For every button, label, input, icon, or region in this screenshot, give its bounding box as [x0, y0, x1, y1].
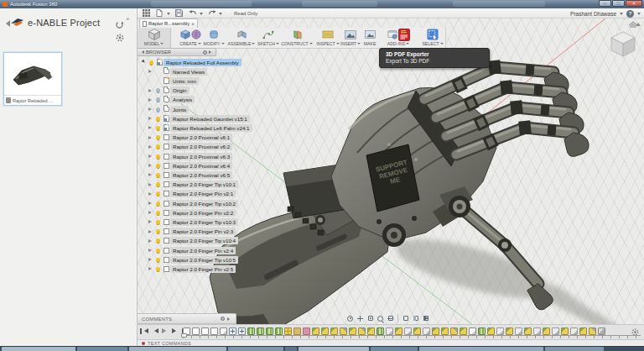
viewcube[interactable] [607, 20, 641, 60]
visibility-bulb-icon[interactable] [154, 144, 162, 149]
visibility-bulb-icon[interactable] [154, 126, 162, 130]
browser-item-label[interactable]: Raptor 2.0 Finger Pin v2:5 [170, 265, 236, 273]
timeline-feature-jy[interactable] [413, 327, 421, 335]
taskbar-window-button[interactable] [299, 347, 369, 351]
orbit-icon[interactable] [346, 315, 354, 322]
timeline-feature-sdoc[interactable] [423, 327, 430, 335]
user-menu-caret[interactable] [620, 13, 623, 17]
browser-item-label[interactable]: Raptor 2.0 Proximal v6:3 [170, 153, 232, 160]
3d-pdf-icon[interactable] [398, 29, 410, 41]
comments-settings-icon[interactable] [221, 317, 225, 321]
timeline-feature-jy[interactable] [561, 327, 569, 335]
visibility-bulb-icon[interactable] [154, 117, 162, 121]
undo-caret[interactable] [200, 13, 203, 17]
taskbar-window-button[interactable] [545, 347, 604, 351]
browser-item[interactable]: Raptor 2.0 Finger Tip v10:4 [148, 237, 238, 245]
browser-item[interactable]: Raptor 2.0 Proximal v6:1 [148, 134, 232, 142]
timeline-feature-sdoc[interactable] [570, 327, 578, 335]
back-chevron-icon[interactable] [3, 20, 10, 27]
browser-item-label[interactable]: Units: mm [170, 77, 199, 85]
collapse-arrow-icon[interactable] [141, 60, 148, 64]
visibility-bulb-icon[interactable] [154, 202, 162, 206]
browser-item-label[interactable]: Raptor 2.0 Proximal v6:1 [170, 134, 232, 141]
browser-item[interactable]: Raptor 2.0 Proximal v6:4 [148, 161, 232, 170]
timeline-feature-jy[interactable] [367, 327, 375, 335]
browser-item-label[interactable]: Raptor 2.0 Proximal v6:5 [170, 171, 232, 179]
expand-arrow-icon[interactable] [148, 173, 154, 176]
tab-close-icon[interactable]: × [191, 21, 195, 27]
browser-item-label[interactable]: Raptor 2.0 Finger Tip v10:3 [170, 218, 238, 226]
redo-icon[interactable] [208, 9, 216, 17]
file-menu-caret[interactable] [167, 13, 170, 17]
taskbar-window-button[interactable] [419, 347, 543, 351]
timeline-feature-jg[interactable] [275, 327, 283, 335]
timeline-feature-jy[interactable] [432, 327, 439, 335]
timeline-feature-jv[interactable] [358, 327, 366, 335]
expand-arrow-icon[interactable] [148, 239, 154, 243]
browser-expand-chevron[interactable] [209, 50, 213, 54]
timeline-feature-doc[interactable] [220, 327, 227, 335]
timeline-feature-jy[interactable] [506, 327, 513, 335]
taskbar-window-button[interactable] [129, 347, 226, 351]
timeline-feature-move[interactable] [238, 327, 246, 335]
browser-item-label[interactable]: Origin [170, 86, 190, 94]
browser-item-label[interactable]: Raptor 2.0 Finger Pin v2:1 [170, 190, 236, 197]
expand-arrow-icon[interactable] [148, 117, 154, 120]
browser-item[interactable]: Raptor 2.0 Finger Tip v10:5 [148, 255, 238, 264]
timeline-feature-jy[interactable] [579, 327, 587, 335]
skip-to-start-button[interactable] [140, 327, 148, 335]
tab-construct[interactable]: CONSTRUCT [278, 28, 315, 49]
browser-item-label[interactable]: Raptor 2.0 Finger Tip v10:2 [170, 200, 238, 207]
timeline-feature-jy[interactable] [330, 327, 338, 335]
visibility-bulb-icon[interactable] [154, 238, 162, 243]
viewcube-cube[interactable] [611, 32, 635, 56]
zoom-icon[interactable] [377, 315, 384, 322]
expand-arrow-icon[interactable] [148, 258, 154, 261]
expand-arrow-icon[interactable] [148, 136, 154, 139]
browser-item[interactable]: Raptor Reloaded Gauntlet v15:1 [148, 114, 250, 123]
browser-item-label[interactable]: Raptor 2.0 Finger Tip v10:1 [170, 181, 238, 188]
minimize-button[interactable]: – [599, 0, 611, 7]
fit-icon[interactable] [387, 315, 394, 322]
undo-icon[interactable] [189, 9, 197, 17]
timeline-feature-jy[interactable] [524, 327, 532, 335]
browser-item[interactable]: Raptor 2.0 Proximal v6:3 [148, 152, 232, 160]
taskbar-window-button[interactable] [77, 347, 127, 351]
visibility-bulb-icon[interactable] [154, 88, 162, 92]
browser-item[interactable]: Raptor 2.0 Finger Pin v2:4 [148, 246, 236, 254]
tab-add-ins[interactable]: ADD-INS [381, 28, 416, 49]
step-forward-button[interactable] [170, 327, 178, 335]
visibility-bulb-icon[interactable] [148, 60, 155, 65]
display-settings-icon[interactable] [402, 315, 409, 322]
browser-item-label[interactable]: Raptor 2.0 Finger Pin v2:4 [170, 247, 236, 254]
timeline-feature-blank[interactable] [210, 327, 218, 335]
apps-grid-icon[interactable] [143, 9, 151, 17]
tab-select[interactable]: SELECT [419, 28, 446, 49]
visibility-bulb-icon[interactable] [154, 258, 162, 262]
browser-item-label[interactable]: Raptor Reloaded Full Assembly [164, 59, 242, 66]
browser-item-label[interactable]: Named Views [170, 68, 207, 76]
timeline-feature-sdoc[interactable] [386, 327, 393, 335]
browser-item-label[interactable]: Joints [170, 106, 189, 113]
home-icon[interactable] [629, 22, 637, 28]
timeline-feature-jg[interactable] [377, 327, 384, 335]
browser-item-label[interactable]: Raptor 2.0 Finger Pin v2:2 [170, 209, 236, 217]
timeline-feature-sdoc[interactable] [404, 327, 412, 335]
settings-gear-icon[interactable] [116, 34, 124, 42]
visibility-bulb-icon[interactable] [154, 182, 162, 186]
grid-icon[interactable] [422, 315, 429, 322]
browser-item-label[interactable]: Raptor 2.0 Proximal v6:2 [170, 143, 232, 150]
visibility-bulb-icon[interactable] [154, 164, 162, 168]
timeline-feature-sdoc[interactable] [533, 327, 541, 335]
browser-item[interactable]: Origin [148, 86, 190, 95]
timeline-feature-jy[interactable] [349, 327, 356, 335]
tab-model[interactable]: MODEL [138, 28, 171, 49]
expand-arrow-icon[interactable] [148, 98, 154, 102]
browser-item-label[interactable]: Raptor Reloaded Gauntlet v15:1 [170, 115, 250, 123]
browser-item[interactable]: Joints [148, 105, 189, 113]
browser-item[interactable]: Raptor 2.0 Finger Pin v2:2 [148, 208, 236, 217]
save-icon[interactable] [175, 9, 184, 17]
maximize-button[interactable]: □ [612, 0, 625, 7]
taskbar-window-button[interactable] [2, 347, 75, 351]
timeline-feature-sdoc[interactable] [496, 327, 504, 335]
